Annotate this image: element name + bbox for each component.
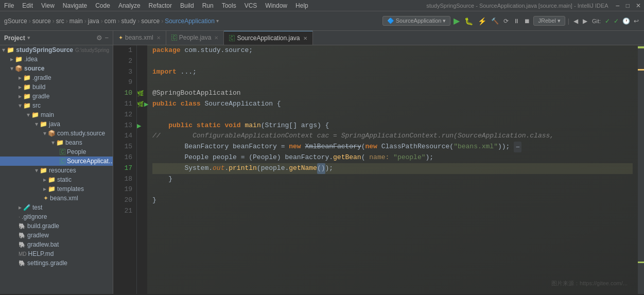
editor-area: ✦ beans.xml ✕ 🇨 People.java ✕ 🇨 SourceAp… xyxy=(113,31,644,294)
tree-item-source[interactable]: ▾ 📦 source xyxy=(0,64,113,73)
tree-item-gradle[interactable]: ▸ 📁 gradle xyxy=(0,92,113,101)
menu-item-run[interactable]: Run xyxy=(198,1,218,10)
code-line-20: } xyxy=(152,195,633,206)
menu-item-navigate[interactable]: Navigate xyxy=(59,1,91,10)
tab-people-java[interactable]: 🇨 People.java ✕ xyxy=(166,31,224,45)
menu-item-edit[interactable]: Edit xyxy=(18,1,37,10)
line-num-21: 21 xyxy=(113,206,132,217)
toolbar-icon1[interactable]: ⟳ xyxy=(502,18,510,25)
run-button[interactable]: ▶ xyxy=(452,16,461,26)
git-revert-btn[interactable]: ↩ xyxy=(633,18,640,25)
close-btn[interactable]: ✕ xyxy=(633,2,644,9)
line-num-14: 14 xyxy=(113,131,132,142)
gutter-run-main-icon[interactable]: ▶ xyxy=(137,120,147,131)
tree-item-resources[interactable]: ▾ 📁 resources xyxy=(0,166,113,175)
breadcrumb-study[interactable]: study xyxy=(121,18,136,25)
line-num-18: 18 xyxy=(113,174,132,185)
sidebar-settings-icon[interactable]: ⚙ xyxy=(96,34,102,42)
menu-item-analyze[interactable]: Analyze xyxy=(114,1,145,10)
right-scrollbar[interactable] xyxy=(638,45,644,294)
jrebel-btn[interactable]: JRebel ▾ xyxy=(533,16,565,26)
tree-item-gradlew-bat[interactable]: 🐘 gradlew.bat xyxy=(0,240,113,249)
gutter-run-class-icon[interactable]: 🌿 ▶ xyxy=(137,99,147,110)
code-line-1: package com.study.source; xyxy=(152,45,633,56)
tree-item-people[interactable]: 🇨 People xyxy=(0,147,113,157)
breadcrumb-java[interactable]: java xyxy=(88,18,99,25)
tree-item-templates[interactable]: ▸ 📁 templates xyxy=(0,184,113,194)
breadcrumb-gsource[interactable]: gSource xyxy=(4,18,27,25)
sidebar-title: Project xyxy=(4,34,25,42)
breadcrumb-arrow[interactable]: ▾ xyxy=(216,18,219,24)
menu-item-build[interactable]: Build xyxy=(176,1,198,10)
coverage-button[interactable]: ⚡ xyxy=(476,17,488,25)
minimize-btn[interactable]: − xyxy=(613,2,623,10)
tree-item-gradle-hidden[interactable]: ▸ 📁 .gradle xyxy=(0,73,113,82)
tab-sourceapp-java[interactable]: 🇨 SourceApplication.java ✕ xyxy=(224,31,312,45)
tab-beans-xml[interactable]: ✦ beans.xml ✕ xyxy=(113,31,166,45)
menu-item-vcs[interactable]: VCS xyxy=(240,1,262,10)
tree-item-main[interactable]: ▾ 📁 main xyxy=(0,110,113,119)
tree-item-static[interactable]: ▸ 📁 static xyxy=(0,175,113,184)
checkmark2-icon[interactable]: ✓ xyxy=(613,18,620,25)
menu-item-file[interactable]: File xyxy=(0,1,18,10)
tree-item-src[interactable]: ▾ 📁 src xyxy=(0,101,113,110)
tab-sourceapp-java-close[interactable]: ✕ xyxy=(303,36,307,41)
git-btn[interactable]: Git: xyxy=(590,18,602,24)
toolbar-icon2[interactable]: ⏸ xyxy=(512,18,521,25)
build-button[interactable]: 🔨 xyxy=(490,18,500,25)
breadcrumb-source[interactable]: source xyxy=(32,18,51,25)
tree-item-beans[interactable]: ▾ 📁 beans xyxy=(0,138,113,147)
debug-button[interactable]: 🐛 xyxy=(463,17,475,25)
prev-btn[interactable]: ◀ xyxy=(572,18,580,25)
breadcrumb-main[interactable]: main xyxy=(69,18,83,25)
tree-item-helpmd[interactable]: MD HELP.md xyxy=(0,249,113,258)
git-history-btn[interactable]: 🕐 xyxy=(621,18,631,25)
sidebar-dropdown-icon[interactable]: ▾ xyxy=(27,34,30,41)
tab-people-java-close[interactable]: ✕ xyxy=(214,35,218,41)
breadcrumb-class[interactable]: SourceApplication xyxy=(165,18,215,25)
error-indicator xyxy=(638,46,644,48)
code-line-13: public static void main(String[] args) { xyxy=(152,120,633,131)
code-line-19 xyxy=(152,184,633,195)
breadcrumb-com[interactable]: com xyxy=(105,18,116,25)
tree-item-root[interactable]: ▾ 📁 studySpringSource G:\studySpring xyxy=(0,45,113,55)
maximize-btn[interactable]: □ xyxy=(623,2,633,9)
code-content[interactable]: package com.study.source; import ...; @S… xyxy=(147,45,638,294)
code-line-18: } xyxy=(152,174,633,185)
menu-item-refactor[interactable]: Refactor xyxy=(145,1,176,10)
tree-item-beans-xml[interactable]: ✦ beans.xml xyxy=(0,194,113,203)
tree-item-gradlew[interactable]: 🐘 gradlew xyxy=(0,231,113,240)
checkmark-icon[interactable]: ✓ xyxy=(604,18,611,25)
code-line-9 xyxy=(152,77,633,88)
code-editor[interactable]: 1 2 3 9 10 11 12 13 14 15 16 17 18 19 20… xyxy=(113,45,644,294)
menu-item-view[interactable]: View xyxy=(37,1,59,10)
tree-item-gitignore[interactable]: · .gitignore xyxy=(0,212,113,221)
menu-item-window[interactable]: Window xyxy=(261,1,291,10)
gutter-spring-icon[interactable]: 🌿 xyxy=(137,88,147,99)
run-main-icon[interactable]: ▶ xyxy=(137,120,141,131)
breadcrumb-src[interactable]: src xyxy=(56,18,64,25)
code-line-12 xyxy=(152,110,633,120)
sidebar-hide-icon[interactable]: − xyxy=(105,34,109,42)
menu-bar: File Edit View Navigate Code Analyze Ref… xyxy=(0,0,644,11)
code-line-21 xyxy=(152,206,633,217)
line-num-20: 20 xyxy=(113,195,132,206)
breadcrumb-source2[interactable]: source xyxy=(141,18,160,25)
tree-item-settings-gradle[interactable]: 🐘 settings.gradle xyxy=(0,258,113,268)
tree-item-build[interactable]: ▸ 📁 build xyxy=(0,82,113,92)
menu-item-tools[interactable]: Tools xyxy=(218,1,240,10)
tab-beans-xml-close[interactable]: ✕ xyxy=(156,35,161,41)
tree-item-package[interactable]: ▾ 📦 com.study.source xyxy=(0,129,113,138)
code-line-15: BeanFactory beanFactory = new XmlBeanFac… xyxy=(152,142,633,152)
tree-item-java[interactable]: ▾ 📁 java xyxy=(0,119,113,129)
menu-item-help[interactable]: Help xyxy=(291,1,312,10)
tree-item-idea[interactable]: ▸ 📁 .idea xyxy=(0,55,113,64)
run-config-selector[interactable]: 🔷 SourceApplication ▾ xyxy=(382,16,451,26)
tree-item-build-gradle[interactable]: 🐘 build.gradle xyxy=(0,221,113,231)
tree-item-sourceapp[interactable]: 🇨 SourceApplicat… xyxy=(0,157,113,166)
line-num-9: 9 xyxy=(113,77,132,88)
menu-item-code[interactable]: Code xyxy=(91,1,114,10)
next-btn[interactable]: ▶ xyxy=(581,18,589,25)
toolbar-icon3[interactable]: ⏹ xyxy=(523,18,532,25)
tree-item-test[interactable]: ▸ 🧪 test xyxy=(0,203,113,212)
